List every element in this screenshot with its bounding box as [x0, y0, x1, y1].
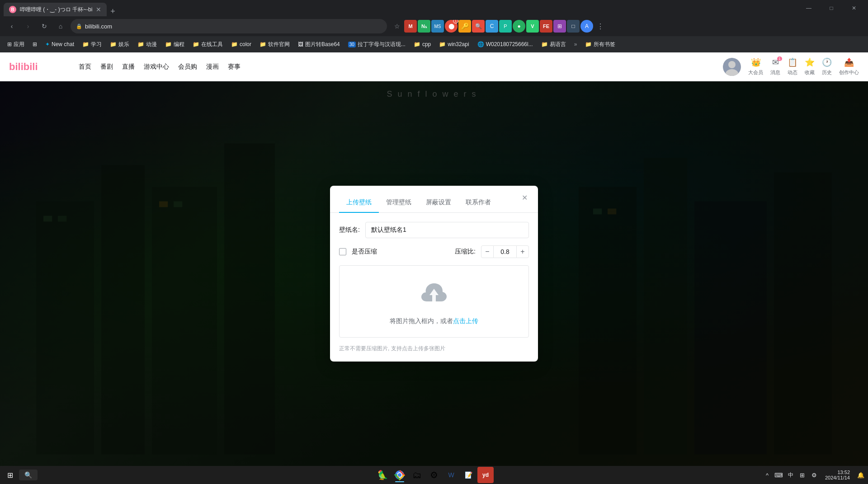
bm-anime[interactable]: 📁 动漫	[134, 39, 160, 50]
bilibili-logo[interactable]: bilibili	[9, 56, 68, 77]
action-dynamic[interactable]: 📋 动态	[788, 57, 797, 76]
maximize-btn[interactable]: □	[821, 0, 842, 16]
pinned-vs[interactable]: 📝	[460, 467, 476, 483]
pinned-settings[interactable]: ⚙	[426, 467, 442, 483]
lang-icon[interactable]: 中	[785, 470, 796, 480]
pinned-parrot[interactable]: 🦜	[374, 467, 391, 483]
action-favorite[interactable]: ⭐ 收藏	[805, 57, 815, 76]
pinned-chrome[interactable]	[392, 467, 408, 483]
system-settings-icon[interactable]: ⚙	[809, 470, 820, 480]
modal-close-btn[interactable]: ✕	[518, 191, 531, 204]
ext-icon-12[interactable]: ⊞	[553, 20, 566, 33]
ext-icon-13[interactable]: □	[567, 20, 580, 33]
bm-programming[interactable]: 📁 编程	[161, 39, 188, 50]
tab-close-btn[interactable]: ✕	[96, 6, 101, 13]
bm-grid[interactable]: ⊞	[29, 39, 41, 49]
ext-icon-6[interactable]: 🔍	[472, 20, 485, 33]
keyboard-icon[interactable]: ⌨	[774, 470, 784, 480]
pinned-files[interactable]: 🗂	[409, 467, 425, 483]
bm-win32[interactable]: 📁 win32api	[435, 39, 472, 49]
nav-live[interactable]: 直播	[122, 63, 135, 71]
ext-icon-11[interactable]: FE	[540, 20, 552, 33]
ext-icon-9[interactable]: ●	[513, 20, 525, 33]
pinned-word[interactable]: W	[443, 467, 459, 483]
stepper-decrease-btn[interactable]: −	[481, 245, 494, 258]
nav-vip[interactable]: 会员购	[178, 63, 197, 71]
forward-btn[interactable]: ›	[22, 20, 34, 33]
ext-icon-8[interactable]: P	[499, 20, 512, 33]
upload-click-link[interactable]: 点击上传	[453, 317, 478, 324]
start-btn[interactable]: ⊞	[2, 467, 18, 483]
secure-icon: 🔒	[76, 23, 82, 29]
ext-icon-10[interactable]: V	[526, 20, 539, 33]
nav-drama[interactable]: 番剧	[100, 63, 113, 71]
refresh-btn[interactable]: ↻	[38, 20, 51, 33]
wallpaper-name-row: 壁纸名:	[339, 222, 529, 238]
ext-icon-4[interactable]: ⬤1	[445, 20, 458, 33]
favorite-icon: ⭐	[805, 57, 815, 67]
tab-manage-wallpaper[interactable]: 管理壁纸	[379, 193, 419, 213]
svg-text:bilibili: bilibili	[9, 61, 38, 72]
action-message[interactable]: ✉ 1 消息	[770, 57, 780, 76]
ext-icon-1[interactable]: M	[404, 20, 417, 33]
minimize-btn[interactable]: —	[798, 0, 819, 16]
tray-expand-icon[interactable]: ^	[762, 470, 773, 480]
compress-checkbox[interactable]	[339, 248, 346, 255]
home-btn[interactable]: ⌂	[54, 20, 67, 33]
ext-icon-2[interactable]: N₁	[418, 20, 430, 33]
bm-easylang[interactable]: 📁 易语言	[538, 39, 570, 50]
action-vip[interactable]: 👑 大会员	[748, 57, 763, 76]
nav-home[interactable]: 首页	[79, 63, 91, 71]
notification-icon[interactable]: 🔔	[855, 470, 866, 480]
ext-icon-5[interactable]: 🔑	[458, 20, 471, 33]
bm-study[interactable]: 📁 学习	[79, 39, 105, 50]
modal-footer-hint: 正常不需要压缩图片, 支持点击上传多张图片	[339, 345, 529, 352]
profile-btn[interactable]: A	[580, 20, 593, 33]
grid-icon[interactable]: ⊞	[797, 470, 808, 480]
tab-shield-settings[interactable]: 屏蔽设置	[419, 193, 458, 213]
user-avatar[interactable]	[723, 58, 741, 76]
ext-icon-7[interactable]: C	[486, 20, 498, 33]
bm-allbookmarks[interactable]: 📁 所有书签	[581, 39, 619, 50]
more-btn[interactable]: ⋮	[594, 20, 607, 33]
bm-apps-label: 应用	[14, 41, 24, 48]
bm-entertainment[interactable]: 📁 娱乐	[106, 39, 133, 50]
window-controls: — □ ✕	[798, 0, 864, 16]
anime-icon: 📁	[137, 41, 144, 47]
bm-color[interactable]: 📁 color	[227, 39, 255, 49]
back-btn[interactable]: ‹	[5, 20, 18, 33]
wallpaper-name-label: 壁纸名:	[339, 226, 360, 234]
wallpaper-name-input[interactable]	[365, 222, 529, 238]
bm-w020[interactable]: 🌐 W020180725666l...	[474, 39, 537, 49]
history-icon: 🕐	[822, 57, 832, 67]
tab-upload-wallpaper[interactable]: 上传壁纸	[339, 193, 379, 213]
ext-icon-3[interactable]: MS	[431, 20, 444, 33]
bm-cpp[interactable]: 📁 cpp	[410, 39, 434, 49]
nav-manga[interactable]: 漫画	[206, 63, 219, 71]
message-badge: 1	[777, 56, 782, 61]
pinned-yd[interactable]: yd	[477, 467, 494, 483]
taskbar-clock[interactable]: 13:52 2024/11/14	[821, 470, 854, 480]
nav-esports[interactable]: 赛事	[228, 63, 241, 71]
tab-contact-author[interactable]: 联系作者	[458, 193, 498, 213]
action-history[interactable]: 🕐 历史	[822, 57, 832, 76]
close-btn[interactable]: ✕	[844, 0, 864, 16]
address-input[interactable]: 🔒 bilibili.com	[71, 19, 387, 33]
active-tab[interactable]: B 哔哩哔哩 (・‿- )つロ 千杯~-bi ✕	[4, 3, 107, 16]
upload-area[interactable]: 将图片拖入框内，或者点击上传	[339, 265, 529, 338]
bm-apps[interactable]: ⊞ 应用	[4, 39, 28, 50]
bm-software[interactable]: 📁 软件官网	[256, 39, 293, 50]
bm-tools[interactable]: 📁 在线工具	[189, 39, 226, 50]
stepper-increase-btn[interactable]: +	[516, 245, 529, 258]
nav-game[interactable]: 游戏中心	[144, 63, 169, 71]
bm-latin[interactable]: 30 拉丁字母与汉语现...	[344, 39, 409, 50]
bm-more-btn[interactable]: »	[571, 39, 581, 49]
bm-img64[interactable]: 🖼 图片转Base64	[294, 39, 344, 50]
new-tab-btn[interactable]: +	[107, 7, 119, 16]
bm-newchat[interactable]: ✦ New chat	[42, 39, 78, 49]
star-btn[interactable]: ☆	[391, 20, 403, 33]
action-creator[interactable]: 📤 创作中心	[839, 57, 859, 76]
search-bar[interactable]: 🔍	[19, 470, 38, 480]
bm-newchat-label: New chat	[52, 41, 74, 47]
bili-right: 👑 大会员 ✉ 1 消息 📋 动态 ⭐ 收藏 🕐 历史 📤 创作中心	[723, 57, 859, 76]
